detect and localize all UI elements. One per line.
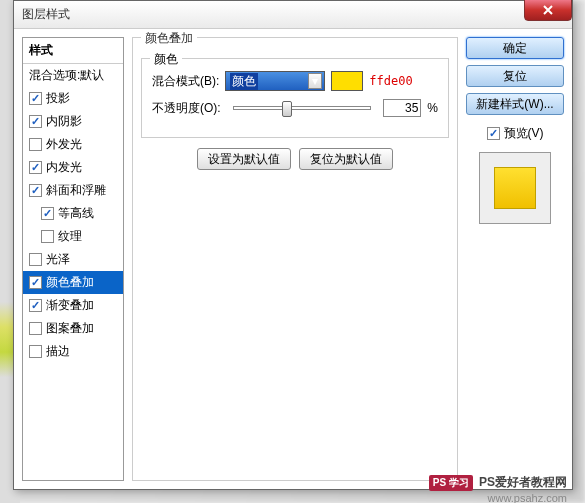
dialog-title: 图层样式 <box>22 6 70 23</box>
color-group: 颜色 混合模式(B): 颜色 ▾ ffde00 不透明度(O): <box>141 58 449 138</box>
preview-label: 预览(V) <box>504 125 544 142</box>
style-label: 斜面和浮雕 <box>46 182 106 199</box>
watermark-text: PS爱好者教程网 <box>479 474 567 491</box>
style-label: 渐变叠加 <box>46 297 94 314</box>
opacity-unit: % <box>427 101 438 115</box>
settings-panel: 颜色叠加 颜色 混合模式(B): 颜色 ▾ ffde00 不透明度(O): <box>132 37 458 481</box>
style-item-10[interactable]: 图案叠加 <box>23 317 123 340</box>
style-label: 图案叠加 <box>46 320 94 337</box>
opacity-input[interactable] <box>383 99 421 117</box>
titlebar[interactable]: 图层样式 <box>14 1 572 29</box>
close-button[interactable] <box>524 0 572 21</box>
slider-thumb[interactable] <box>282 101 292 117</box>
preview-box <box>479 152 551 224</box>
style-label: 外发光 <box>46 136 82 153</box>
style-label: 内阴影 <box>46 113 82 130</box>
style-item-6[interactable]: 纹理 <box>23 225 123 248</box>
style-checkbox[interactable] <box>41 230 54 243</box>
style-label: 光泽 <box>46 251 70 268</box>
chevron-down-icon: ▾ <box>308 73 322 89</box>
styles-list: 样式 混合选项:默认 投影内阴影外发光内发光斜面和浮雕等高线纹理光泽颜色叠加渐变… <box>22 37 124 481</box>
color-swatch[interactable] <box>331 71 363 91</box>
style-item-0[interactable]: 投影 <box>23 87 123 110</box>
style-item-4[interactable]: 斜面和浮雕 <box>23 179 123 202</box>
set-default-button[interactable]: 设置为默认值 <box>197 148 291 170</box>
style-label: 投影 <box>46 90 70 107</box>
cancel-button[interactable]: 复位 <box>466 65 564 87</box>
color-group-title: 颜色 <box>150 51 182 68</box>
style-label: 颜色叠加 <box>46 274 94 291</box>
preview-checkbox[interactable] <box>487 127 500 140</box>
blend-mode-value: 颜色 <box>230 73 258 90</box>
style-item-5[interactable]: 等高线 <box>23 202 123 225</box>
reset-default-button[interactable]: 复位为默认值 <box>299 148 393 170</box>
style-checkbox[interactable] <box>29 161 42 174</box>
style-item-7[interactable]: 光泽 <box>23 248 123 271</box>
style-checkbox[interactable] <box>29 276 42 289</box>
action-panel: 确定 复位 新建样式(W)... 预览(V) <box>466 37 564 481</box>
blend-mode-select[interactable]: 颜色 ▾ <box>225 71 325 91</box>
style-checkbox[interactable] <box>29 322 42 335</box>
new-style-button[interactable]: 新建样式(W)... <box>466 93 564 115</box>
close-icon <box>542 4 554 16</box>
styles-header: 样式 <box>23 38 123 64</box>
watermark-tag: PS 学习 <box>429 475 473 491</box>
style-checkbox[interactable] <box>29 184 42 197</box>
style-label: 等高线 <box>58 205 94 222</box>
ok-button[interactable]: 确定 <box>466 37 564 59</box>
style-checkbox[interactable] <box>29 138 42 151</box>
style-checkbox[interactable] <box>29 345 42 358</box>
style-item-3[interactable]: 内发光 <box>23 156 123 179</box>
blend-mode-label: 混合模式(B): <box>152 73 219 90</box>
layer-style-dialog: 图层样式 样式 混合选项:默认 投影内阴影外发光内发光斜面和浮雕等高线纹理光泽颜… <box>13 0 573 490</box>
panel-title: 颜色叠加 <box>141 30 197 47</box>
blending-options[interactable]: 混合选项:默认 <box>23 64 123 87</box>
watermark-url: www.psahz.com <box>488 492 567 503</box>
opacity-slider[interactable] <box>233 106 372 110</box>
style-item-9[interactable]: 渐变叠加 <box>23 294 123 317</box>
hex-value: ffde00 <box>369 74 412 88</box>
watermark: PS 学习 PS爱好者教程网 <box>429 474 567 491</box>
style-item-11[interactable]: 描边 <box>23 340 123 363</box>
style-checkbox[interactable] <box>29 115 42 128</box>
style-checkbox[interactable] <box>29 299 42 312</box>
style-label: 内发光 <box>46 159 82 176</box>
style-label: 描边 <box>46 343 70 360</box>
style-checkbox[interactable] <box>41 207 54 220</box>
style-checkbox[interactable] <box>29 92 42 105</box>
style-label: 纹理 <box>58 228 82 245</box>
style-item-1[interactable]: 内阴影 <box>23 110 123 133</box>
style-item-2[interactable]: 外发光 <box>23 133 123 156</box>
preview-swatch <box>494 167 536 209</box>
style-item-8[interactable]: 颜色叠加 <box>23 271 123 294</box>
opacity-label: 不透明度(O): <box>152 100 221 117</box>
style-checkbox[interactable] <box>29 253 42 266</box>
